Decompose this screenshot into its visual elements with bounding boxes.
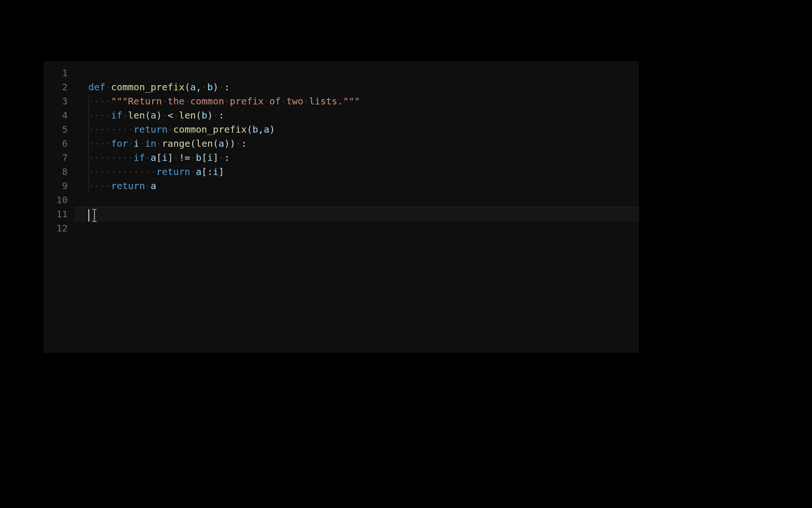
- code-line[interactable]: [88, 66, 639, 80]
- line-number: 6: [44, 136, 74, 151]
- line-number: 7: [44, 151, 74, 165]
- code-line[interactable]: [88, 193, 639, 207]
- code-line[interactable]: ····for·i·in·range(len(a))·:: [88, 136, 639, 151]
- line-number-gutter: 1 2 3 4 5 6 7 8 9 10 11 12: [44, 61, 74, 353]
- line-number: 8: [44, 165, 74, 179]
- code-line[interactable]: ····if·len(a)·<·len(b)·:: [88, 108, 639, 122]
- code-line[interactable]: [88, 221, 639, 235]
- line-number: 2: [44, 80, 74, 94]
- line-number: 12: [44, 221, 74, 235]
- line-number: 11: [44, 207, 74, 221]
- line-number: 9: [44, 179, 74, 193]
- line-number: 3: [44, 94, 74, 108]
- text-cursor: [88, 209, 89, 222]
- code-text-area[interactable]: def·common_prefix(a,·b)·: ····"""Return·…: [74, 61, 639, 353]
- line-number: 5: [44, 122, 74, 136]
- line-number: 4: [44, 108, 74, 122]
- code-line[interactable]: ····"""Return·the·common·prefix·of·two·l…: [88, 94, 639, 108]
- code-editor[interactable]: 1 2 3 4 5 6 7 8 9 10 11 12 def·common_pr…: [44, 61, 639, 353]
- ibeam-cursor-icon: [91, 209, 98, 222]
- code-line[interactable]: [88, 207, 639, 221]
- line-number: 10: [44, 193, 74, 207]
- code-line[interactable]: ········return·common_prefix(b,a): [88, 122, 639, 136]
- line-number: 1: [44, 66, 74, 80]
- code-line[interactable]: ············return·a[:i]: [88, 165, 639, 179]
- code-line[interactable]: ········if·a[i]·!=·b[i]·:: [88, 151, 639, 165]
- code-line[interactable]: def·common_prefix(a,·b)·:: [88, 80, 639, 94]
- code-line[interactable]: ····return·a: [88, 179, 639, 193]
